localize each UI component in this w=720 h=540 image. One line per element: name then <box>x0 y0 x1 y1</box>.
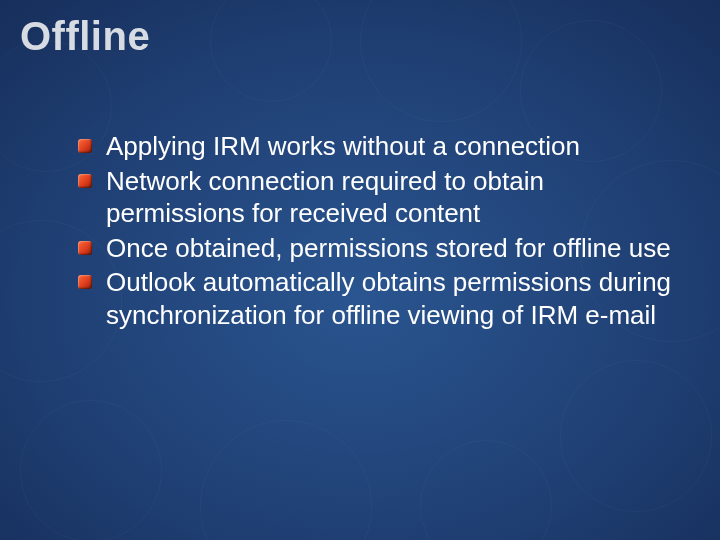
slide: Offline Applying IRM works without a con… <box>0 0 720 540</box>
list-item: Once obtained, permissions stored for of… <box>78 232 680 265</box>
list-item: Network connection required to obtain pe… <box>78 165 680 230</box>
bullet-icon <box>78 275 92 289</box>
list-item: Applying IRM works without a connection <box>78 130 680 163</box>
list-item: Outlook automatically obtains permission… <box>78 266 680 331</box>
list-item-text: Applying IRM works without a connection <box>106 130 680 163</box>
bullet-icon <box>78 241 92 255</box>
list-item-text: Network connection required to obtain pe… <box>106 165 680 230</box>
bullet-icon <box>78 174 92 188</box>
list-item-text: Outlook automatically obtains permission… <box>106 266 680 331</box>
slide-title: Offline <box>20 14 150 59</box>
bullet-list: Applying IRM works without a connection … <box>78 130 680 333</box>
bullet-icon <box>78 139 92 153</box>
list-item-text: Once obtained, permissions stored for of… <box>106 232 680 265</box>
